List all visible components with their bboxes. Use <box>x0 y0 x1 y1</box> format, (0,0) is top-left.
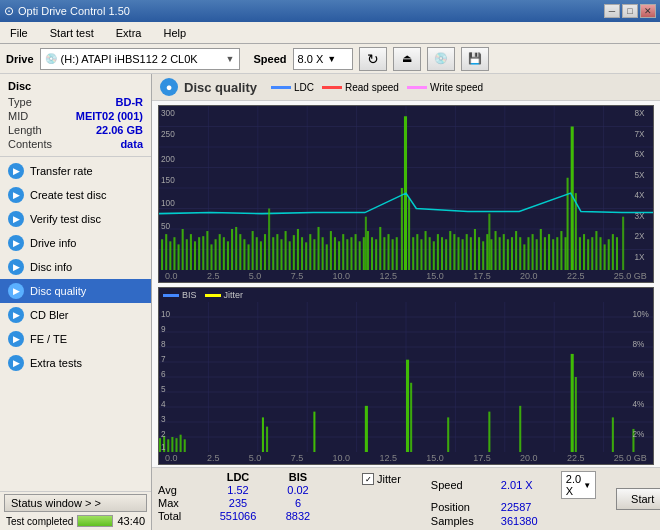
svg-rect-33 <box>227 241 229 270</box>
sidebar-item-create-test-disc[interactable]: ▶ Create test disc <box>0 183 151 207</box>
svg-rect-130 <box>488 214 490 270</box>
quality-title: Disc quality <box>184 80 257 95</box>
charts-area: 300 250 200 150 100 50 8X 7X 6X 5X 4X 3X… <box>152 101 660 467</box>
speed-select[interactable]: 2.0 X ▼ <box>561 471 596 499</box>
svg-rect-25 <box>194 241 196 270</box>
stats-table: LDC BIS Avg 1.52 0.02 Max 235 6 Total 55… <box>158 471 338 527</box>
menu-help[interactable]: Help <box>157 25 192 41</box>
test-completed-bar: Test completed 43:40 <box>4 514 147 528</box>
svg-rect-54 <box>293 235 295 270</box>
svg-rect-67 <box>346 239 348 270</box>
disc-row-contents: Contents data <box>8 138 143 150</box>
sidebar-item-extra-tests[interactable]: ▶ Extra tests <box>0 351 151 375</box>
svg-rect-76 <box>383 237 385 270</box>
save-button[interactable]: 💾 <box>461 47 489 71</box>
menubar: File Start test Extra Help <box>0 22 660 44</box>
svg-rect-99 <box>490 239 492 270</box>
x-5: 5.0 <box>249 271 262 281</box>
svg-rect-77 <box>387 234 389 270</box>
svg-rect-182 <box>575 377 577 452</box>
disc-row-length: Length 22.06 GB <box>8 124 143 136</box>
stats-area: LDC BIS Avg 1.52 0.02 Max 235 6 Total 55… <box>152 467 660 530</box>
eject-button[interactable]: ⏏ <box>393 47 421 71</box>
svg-rect-122 <box>595 231 597 270</box>
refresh-button[interactable]: ↻ <box>359 47 387 71</box>
disc-key-mid: MID <box>8 110 28 122</box>
svg-rect-39 <box>252 231 254 270</box>
titlebar: ⊙ Opti Drive Control 1.50 ─ □ ✕ <box>0 0 660 22</box>
jitter-check[interactable]: ✓ Jitter <box>362 473 401 485</box>
svg-rect-116 <box>560 231 562 270</box>
ldc-chart: 300 250 200 150 100 50 8X 7X 6X 5X 4X 3X… <box>158 105 654 283</box>
svg-rect-127 <box>616 237 618 270</box>
menu-file[interactable]: File <box>4 25 34 41</box>
fe-te-icon: ▶ <box>8 331 24 347</box>
svg-rect-181 <box>571 354 574 452</box>
bx-10: 10.0 <box>333 453 351 463</box>
sidebar-item-fe-te[interactable]: ▶ FE / TE <box>0 327 151 351</box>
disc-key-type: Type <box>8 96 32 108</box>
svg-rect-173 <box>266 427 268 452</box>
sidebar-label-create-test-disc: Create test disc <box>30 189 106 201</box>
sidebar-label-fe-te: FE / TE <box>30 333 67 345</box>
jitter-checkbox[interactable]: ✓ <box>362 473 374 485</box>
content-area: ● Disc quality LDC Read speed Write spee… <box>152 74 660 530</box>
svg-text:7X: 7X <box>634 130 645 139</box>
svg-text:50: 50 <box>161 222 171 231</box>
ldc-chart-svg: 300 250 200 150 100 50 8X 7X 6X 5X 4X 3X… <box>159 106 653 270</box>
menu-start-test[interactable]: Start test <box>44 25 100 41</box>
svg-text:2X: 2X <box>634 232 645 241</box>
close-button[interactable]: ✕ <box>640 4 656 18</box>
x-2.5: 2.5 <box>207 271 220 281</box>
status-window-button[interactable]: Status window > > <box>4 494 147 512</box>
sidebar-item-disc-quality[interactable]: ▶ Disc quality <box>0 279 151 303</box>
svg-rect-108 <box>527 237 529 270</box>
drive-select[interactable]: 💿 (H:) ATAPI iHBS112 2 CL0K ▼ <box>40 48 240 70</box>
svg-rect-82 <box>420 239 422 270</box>
stats-col-ldc: LDC <box>208 471 268 483</box>
legend-read-speed: Read speed <box>322 82 399 93</box>
svg-rect-114 <box>552 239 554 270</box>
bis-chart: BIS Jitter <box>158 287 654 465</box>
svg-rect-44 <box>401 188 403 270</box>
menu-extra[interactable]: Extra <box>110 25 148 41</box>
maximize-button[interactable]: □ <box>622 4 638 18</box>
status-area: Status window > > Test completed 43:40 <box>0 491 151 530</box>
svg-rect-102 <box>503 234 505 270</box>
drive-label: Drive <box>6 53 34 65</box>
svg-rect-126 <box>612 234 614 270</box>
svg-rect-90 <box>453 234 455 270</box>
status-window-label: Status window > > <box>11 497 101 509</box>
svg-rect-109 <box>532 234 534 270</box>
speed-stat-label: Speed <box>431 479 491 491</box>
x-0: 0.0 <box>165 271 178 281</box>
jitter-check-label: Jitter <box>377 473 401 485</box>
svg-rect-49 <box>272 237 274 270</box>
svg-rect-31 <box>219 234 221 270</box>
stats-avg-label: Avg <box>158 484 208 496</box>
svg-text:200: 200 <box>161 155 175 164</box>
svg-rect-41 <box>260 241 262 270</box>
start-button[interactable]: Start <box>616 488 660 510</box>
disc-button[interactable]: 💿 <box>427 47 455 71</box>
sidebar-item-drive-info[interactable]: ▶ Drive info <box>0 231 151 255</box>
sidebar-item-transfer-rate[interactable]: ▶ Transfer rate <box>0 159 151 183</box>
svg-rect-104 <box>511 237 513 270</box>
svg-rect-21 <box>178 244 180 270</box>
svg-text:3X: 3X <box>634 212 645 221</box>
minimize-button[interactable]: ─ <box>604 4 620 18</box>
bx-0: 0.0 <box>165 453 178 463</box>
sidebar-item-verify-test-disc[interactable]: ▶ Verify test disc <box>0 207 151 231</box>
svg-rect-69 <box>355 234 357 270</box>
svg-rect-22 <box>182 229 184 270</box>
drive-dropdown-arrow: ▼ <box>226 54 235 64</box>
svg-rect-123 <box>599 237 601 270</box>
bx-17.5: 17.5 <box>473 453 491 463</box>
disc-key-length: Length <box>8 124 42 136</box>
sidebar-item-cd-bler[interactable]: ▶ CD Bler <box>0 303 151 327</box>
svg-rect-93 <box>466 234 468 270</box>
sidebar-item-disc-info[interactable]: ▶ Disc info <box>0 255 151 279</box>
speed-select[interactable]: 8.0 X ▼ <box>293 48 353 70</box>
svg-text:4: 4 <box>161 399 166 410</box>
disc-section: Disc Type BD-R MID MEIT02 (001) Length 2… <box>0 74 151 157</box>
